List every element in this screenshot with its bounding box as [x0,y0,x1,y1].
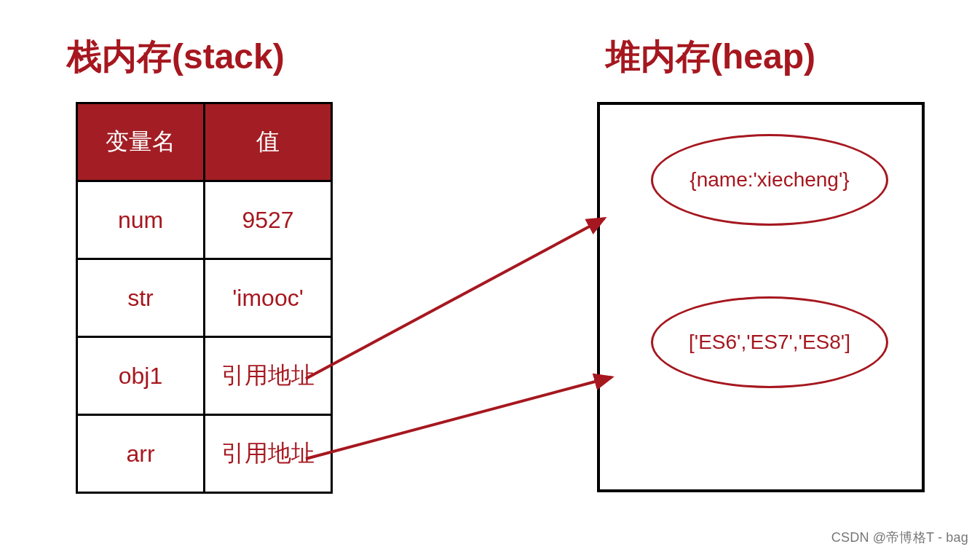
heap-title: 堆内存(heap) [606,33,815,80]
heap-array-text: ['ES6','ES7','ES8'] [689,331,850,354]
table-row: num 9527 [77,181,332,259]
heap-object-ellipse: {name:'xiecheng'} [651,134,888,226]
cell-varname: obj1 [77,337,205,415]
cell-value: 'imooc' [205,259,332,337]
stack-table: 变量名 值 num 9527 str 'imooc' obj1 引用地址 arr… [76,102,333,494]
header-value: 值 [205,103,332,181]
cell-varname: str [77,259,205,337]
cell-varname: arr [77,415,205,493]
heap-array-ellipse: ['ES6','ES7','ES8'] [651,296,888,388]
cell-varname: num [77,181,205,259]
table-row: str 'imooc' [77,259,332,337]
header-varname: 变量名 [77,103,205,181]
table-header-row: 变量名 值 [77,103,332,181]
cell-value: 引用地址 [205,337,332,415]
arrow-obj1-to-heap-object [306,218,604,379]
table-row: obj1 引用地址 [77,337,332,415]
table-row: arr 引用地址 [77,415,332,493]
cell-value: 引用地址 [205,415,332,493]
cell-value: 9527 [205,181,332,259]
heap-box: {name:'xiecheng'} ['ES6','ES7','ES8'] [597,102,925,492]
watermark: CSDN @帝博格T - bag [831,529,968,546]
heap-object-text: {name:'xiecheng'} [689,168,849,192]
arrow-arr-to-heap-array [306,377,612,459]
stack-title: 栈内存(stack) [67,33,285,80]
diagram-stage: 栈内存(stack) 堆内存(heap) 变量名 值 num 9527 str … [0,0,980,552]
